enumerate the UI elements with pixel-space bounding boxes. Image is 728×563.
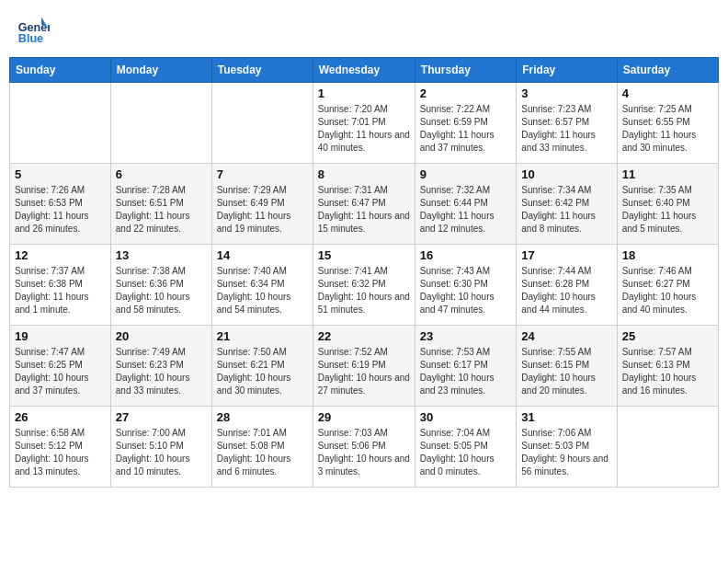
day-number: 14 xyxy=(217,248,308,262)
calendar-cell: 29Sunrise: 7:03 AM Sunset: 5:06 PM Dayli… xyxy=(313,407,415,488)
day-number: 29 xyxy=(318,410,410,424)
day-number: 30 xyxy=(420,410,511,424)
calendar-cell: 27Sunrise: 7:00 AM Sunset: 5:10 PM Dayli… xyxy=(110,407,211,488)
day-number: 13 xyxy=(116,248,207,262)
calendar-cell: 25Sunrise: 7:57 AM Sunset: 6:13 PM Dayli… xyxy=(617,326,718,407)
day-number: 19 xyxy=(15,329,106,343)
day-info: Sunrise: 7:55 AM Sunset: 6:15 PM Dayligh… xyxy=(521,346,611,397)
day-number: 31 xyxy=(521,410,611,424)
calendar-cell xyxy=(617,407,718,488)
day-info: Sunrise: 7:26 AM Sunset: 6:53 PM Dayligh… xyxy=(15,184,106,236)
weekday-header-tuesday: Tuesday xyxy=(211,58,313,83)
page-header: General Blue xyxy=(9,9,719,50)
calendar-cell: 31Sunrise: 7:06 AM Sunset: 5:03 PM Dayli… xyxy=(517,407,617,488)
day-number: 3 xyxy=(521,86,611,100)
day-info: Sunrise: 7:52 AM Sunset: 6:19 PM Dayligh… xyxy=(318,346,410,397)
calendar-cell: 24Sunrise: 7:55 AM Sunset: 6:15 PM Dayli… xyxy=(517,326,617,407)
day-info: Sunrise: 7:53 AM Sunset: 6:17 PM Dayligh… xyxy=(420,346,511,397)
calendar-cell: 6Sunrise: 7:28 AM Sunset: 6:51 PM Daylig… xyxy=(110,164,211,245)
day-number: 28 xyxy=(217,410,308,424)
day-number: 24 xyxy=(521,329,611,343)
day-info: Sunrise: 7:46 AM Sunset: 6:27 PM Dayligh… xyxy=(622,265,713,316)
calendar-cell: 20Sunrise: 7:49 AM Sunset: 6:23 PM Dayli… xyxy=(110,326,211,407)
week-row-1: 1Sunrise: 7:20 AM Sunset: 7:01 PM Daylig… xyxy=(10,83,719,164)
day-number: 6 xyxy=(116,167,207,181)
calendar-cell: 22Sunrise: 7:52 AM Sunset: 6:19 PM Dayli… xyxy=(313,326,415,407)
week-row-4: 19Sunrise: 7:47 AM Sunset: 6:25 PM Dayli… xyxy=(10,326,719,407)
day-info: Sunrise: 7:22 AM Sunset: 6:59 PM Dayligh… xyxy=(420,103,511,155)
calendar-cell: 28Sunrise: 7:01 AM Sunset: 5:08 PM Dayli… xyxy=(211,407,313,488)
day-info: Sunrise: 7:37 AM Sunset: 6:38 PM Dayligh… xyxy=(15,265,106,316)
day-info: Sunrise: 7:28 AM Sunset: 6:51 PM Dayligh… xyxy=(116,184,207,236)
logo: General Blue xyxy=(17,13,51,46)
day-info: Sunrise: 7:50 AM Sunset: 6:21 PM Dayligh… xyxy=(217,346,308,397)
weekday-header-row: SundayMondayTuesdayWednesdayThursdayFrid… xyxy=(10,58,719,83)
day-number: 18 xyxy=(622,248,713,262)
calendar-cell: 18Sunrise: 7:46 AM Sunset: 6:27 PM Dayli… xyxy=(617,245,718,326)
calendar-cell: 4Sunrise: 7:25 AM Sunset: 6:55 PM Daylig… xyxy=(617,83,718,164)
weekday-header-monday: Monday xyxy=(110,58,211,83)
day-info: Sunrise: 7:03 AM Sunset: 5:06 PM Dayligh… xyxy=(318,427,410,478)
day-number: 21 xyxy=(217,329,308,343)
day-info: Sunrise: 7:35 AM Sunset: 6:40 PM Dayligh… xyxy=(622,184,713,236)
day-info: Sunrise: 7:23 AM Sunset: 6:57 PM Dayligh… xyxy=(521,103,611,155)
calendar-cell: 21Sunrise: 7:50 AM Sunset: 6:21 PM Dayli… xyxy=(211,326,313,407)
day-number: 9 xyxy=(420,167,511,181)
calendar-cell: 3Sunrise: 7:23 AM Sunset: 6:57 PM Daylig… xyxy=(517,83,617,164)
calendar-cell: 23Sunrise: 7:53 AM Sunset: 6:17 PM Dayli… xyxy=(415,326,516,407)
day-number: 25 xyxy=(622,329,713,343)
day-info: Sunrise: 6:58 AM Sunset: 5:12 PM Dayligh… xyxy=(15,427,106,478)
day-number: 22 xyxy=(318,329,410,343)
day-number: 23 xyxy=(420,329,511,343)
calendar-cell: 26Sunrise: 6:58 AM Sunset: 5:12 PM Dayli… xyxy=(10,407,111,488)
day-number: 26 xyxy=(15,410,106,424)
weekday-header-thursday: Thursday xyxy=(415,58,516,83)
day-number: 4 xyxy=(622,86,713,100)
calendar-cell xyxy=(110,83,211,164)
day-info: Sunrise: 7:20 AM Sunset: 7:01 PM Dayligh… xyxy=(318,103,410,155)
calendar-cell: 13Sunrise: 7:38 AM Sunset: 6:36 PM Dayli… xyxy=(110,245,211,326)
day-number: 20 xyxy=(116,329,207,343)
calendar-cell: 30Sunrise: 7:04 AM Sunset: 5:05 PM Dayli… xyxy=(415,407,516,488)
calendar-cell: 2Sunrise: 7:22 AM Sunset: 6:59 PM Daylig… xyxy=(415,83,516,164)
day-info: Sunrise: 7:57 AM Sunset: 6:13 PM Dayligh… xyxy=(622,346,713,397)
calendar-cell: 15Sunrise: 7:41 AM Sunset: 6:32 PM Dayli… xyxy=(313,245,415,326)
day-info: Sunrise: 7:00 AM Sunset: 5:10 PM Dayligh… xyxy=(116,427,207,478)
day-number: 15 xyxy=(318,248,410,262)
day-number: 7 xyxy=(217,167,308,181)
day-number: 17 xyxy=(521,248,611,262)
week-row-2: 5Sunrise: 7:26 AM Sunset: 6:53 PM Daylig… xyxy=(10,164,719,245)
calendar-table: SundayMondayTuesdayWednesdayThursdayFrid… xyxy=(9,57,719,488)
calendar-cell: 9Sunrise: 7:32 AM Sunset: 6:44 PM Daylig… xyxy=(415,164,516,245)
day-number: 1 xyxy=(318,86,410,100)
day-info: Sunrise: 7:29 AM Sunset: 6:49 PM Dayligh… xyxy=(217,184,308,236)
calendar-cell: 10Sunrise: 7:34 AM Sunset: 6:42 PM Dayli… xyxy=(517,164,617,245)
week-row-3: 12Sunrise: 7:37 AM Sunset: 6:38 PM Dayli… xyxy=(10,245,719,326)
day-info: Sunrise: 7:38 AM Sunset: 6:36 PM Dayligh… xyxy=(116,265,207,316)
calendar-cell: 8Sunrise: 7:31 AM Sunset: 6:47 PM Daylig… xyxy=(313,164,415,245)
day-info: Sunrise: 7:31 AM Sunset: 6:47 PM Dayligh… xyxy=(318,184,410,236)
day-info: Sunrise: 7:49 AM Sunset: 6:23 PM Dayligh… xyxy=(116,346,207,397)
day-number: 2 xyxy=(420,86,511,100)
svg-text:Blue: Blue xyxy=(18,32,43,45)
calendar-cell: 19Sunrise: 7:47 AM Sunset: 6:25 PM Dayli… xyxy=(10,326,111,407)
day-info: Sunrise: 7:47 AM Sunset: 6:25 PM Dayligh… xyxy=(15,346,106,397)
day-number: 5 xyxy=(15,167,106,181)
day-info: Sunrise: 7:44 AM Sunset: 6:28 PM Dayligh… xyxy=(521,265,611,316)
weekday-header-sunday: Sunday xyxy=(10,58,111,83)
day-number: 27 xyxy=(116,410,207,424)
weekday-header-saturday: Saturday xyxy=(617,58,718,83)
calendar-cell: 11Sunrise: 7:35 AM Sunset: 6:40 PM Dayli… xyxy=(617,164,718,245)
day-info: Sunrise: 7:04 AM Sunset: 5:05 PM Dayligh… xyxy=(420,427,511,478)
day-info: Sunrise: 7:06 AM Sunset: 5:03 PM Dayligh… xyxy=(521,427,611,478)
calendar-cell: 16Sunrise: 7:43 AM Sunset: 6:30 PM Dayli… xyxy=(415,245,516,326)
calendar-cell: 1Sunrise: 7:20 AM Sunset: 7:01 PM Daylig… xyxy=(313,83,415,164)
calendar-cell xyxy=(211,83,313,164)
day-info: Sunrise: 7:40 AM Sunset: 6:34 PM Dayligh… xyxy=(217,265,308,316)
calendar-cell xyxy=(10,83,111,164)
day-info: Sunrise: 7:32 AM Sunset: 6:44 PM Dayligh… xyxy=(420,184,511,236)
week-row-5: 26Sunrise: 6:58 AM Sunset: 5:12 PM Dayli… xyxy=(10,407,719,488)
day-info: Sunrise: 7:41 AM Sunset: 6:32 PM Dayligh… xyxy=(318,265,410,316)
calendar-cell: 5Sunrise: 7:26 AM Sunset: 6:53 PM Daylig… xyxy=(10,164,111,245)
weekday-header-wednesday: Wednesday xyxy=(313,58,415,83)
